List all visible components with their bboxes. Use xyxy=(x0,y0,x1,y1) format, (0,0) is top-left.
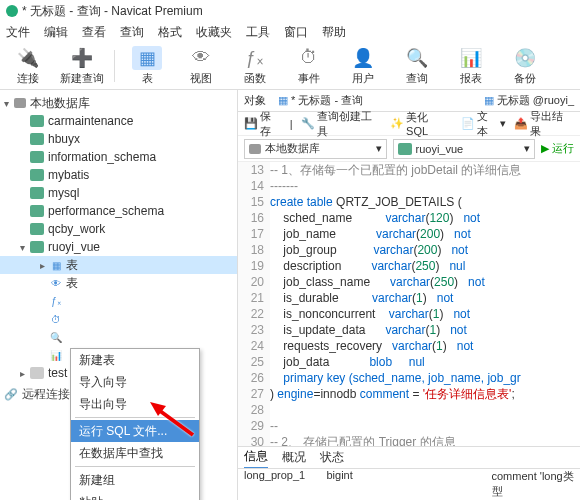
user-icon: 👤 xyxy=(351,46,375,70)
query-icon: ▦ xyxy=(278,94,288,107)
db-icon xyxy=(398,143,412,155)
cm-粘贴[interactable]: 粘贴 xyxy=(71,491,199,500)
main-toolbar: 🔌连接➕新建查询▦表👁视图ƒₓ函数⏱事件👤用户🔍查询📊报表💿备份 xyxy=(0,42,580,90)
line-gutter: 13 14 15 16 17 18 19 20 21 22 23 24 25 2… xyxy=(238,162,270,446)
schema-select[interactable]: ruoyi_vue▾ xyxy=(393,139,536,159)
menu-查询[interactable]: 查询 xyxy=(120,24,144,41)
toolbar-表[interactable]: ▦表 xyxy=(125,46,169,86)
window-title: * 无标题 - 查询 - Navicat Premium xyxy=(22,3,203,20)
toolbar-函数[interactable]: ƒₓ函数 xyxy=(233,46,277,86)
db-icon xyxy=(30,133,44,145)
db-icon xyxy=(30,187,44,199)
report-icon: 📊 xyxy=(459,46,483,70)
tree-db-information_schema[interactable]: information_schema xyxy=(0,148,237,166)
db-icon xyxy=(30,241,44,253)
tree-child-3[interactable]: ⏱ xyxy=(0,310,237,328)
cm-新建表[interactable]: 新建表 xyxy=(71,349,199,371)
database-select[interactable]: 本地数据库▾ xyxy=(244,139,387,159)
chevron-down-icon: ▾ xyxy=(524,142,530,155)
text-icon: 📄 xyxy=(461,117,475,130)
btab-信息[interactable]: 信息 xyxy=(244,447,268,469)
cm-导入向导[interactable]: 导入向导 xyxy=(71,371,199,393)
text-button[interactable]: 📄文本▾ xyxy=(461,109,507,139)
tree-db-carmaintenance[interactable]: carmaintenance xyxy=(0,112,237,130)
query-builder-button[interactable]: 🔧查询创建工具 xyxy=(301,109,382,139)
menu-工具[interactable]: 工具 xyxy=(246,24,270,41)
menu-文件[interactable]: 文件 xyxy=(6,24,30,41)
plug-icon xyxy=(249,144,261,154)
sidebar: ▾本地数据库carmaintenancehbuyxinformation_sch… xyxy=(0,90,238,500)
tree-child-1[interactable]: 👁表 xyxy=(0,274,237,292)
toolbar-事件[interactable]: ⏱事件 xyxy=(287,46,331,86)
tree-db-ruoyi_vue[interactable]: ▾ruoyi_vue xyxy=(0,238,237,256)
menu-查看[interactable]: 查看 xyxy=(82,24,106,41)
tree-root[interactable]: ▾本地数据库 xyxy=(0,94,237,112)
bottom-tabs: 信息概况状态 xyxy=(238,446,580,468)
tree-child-2[interactable]: ƒₓ xyxy=(0,292,237,310)
result-panel: long_prop_1bigintcomment 'long类型 long_pr… xyxy=(238,468,580,500)
main-area: ▾本地数据库carmaintenancehbuyxinformation_sch… xyxy=(0,90,580,500)
db-icon xyxy=(30,367,44,379)
toolbar-报表[interactable]: 📊报表 xyxy=(449,46,493,86)
rpt-icon: 📊 xyxy=(50,349,62,361)
content-area: 对象 ▦* 无标题 - 查询 ▦无标题 @ruoyi_ 💾保存 | 🔧查询创建工… xyxy=(238,90,580,500)
menu-编辑[interactable]: 编辑 xyxy=(44,24,68,41)
tree-db-performance_schema[interactable]: performance_schema xyxy=(0,202,237,220)
btab-概况[interactable]: 概况 xyxy=(282,449,306,466)
tree-db-mysql[interactable]: mysql xyxy=(0,184,237,202)
backup-icon: 💿 xyxy=(513,46,537,70)
chevron-down-icon: ▾ xyxy=(376,142,382,155)
tree-db-mybatis[interactable]: mybatis xyxy=(0,166,237,184)
search-icon: 🔍 xyxy=(405,46,429,70)
fx-icon: ƒₓ xyxy=(243,46,267,70)
clock-icon: ⏱ xyxy=(297,46,321,70)
builder-icon: 🔧 xyxy=(301,117,315,130)
fx-icon: ƒₓ xyxy=(50,295,62,307)
annotation-arrow xyxy=(148,400,198,443)
tree-db-hbuyx[interactable]: hbuyx xyxy=(0,130,237,148)
btab-状态[interactable]: 状态 xyxy=(320,449,344,466)
save-button[interactable]: 💾保存 xyxy=(244,109,282,139)
sparkle-icon: ✨ xyxy=(390,117,404,130)
menu-bar: 文件编辑查看查询格式收藏夹工具窗口帮助 xyxy=(0,22,580,42)
toolbar-新建查询[interactable]: ➕新建查询 xyxy=(60,46,104,86)
cm-在数据库中查找[interactable]: 在数据库中查找 xyxy=(71,442,199,464)
toolbar-备份[interactable]: 💿备份 xyxy=(503,46,547,86)
tab-query-2[interactable]: ▦无标题 @ruoyi_ xyxy=(484,93,574,108)
plug-icon xyxy=(14,98,26,108)
sql-editor[interactable]: 13 14 15 16 17 18 19 20 21 22 23 24 25 2… xyxy=(238,162,580,446)
toolbar-用户[interactable]: 👤用户 xyxy=(341,46,385,86)
menu-窗口[interactable]: 窗口 xyxy=(284,24,308,41)
play-icon: ▶ xyxy=(541,142,549,155)
connection-selectors: 本地数据库▾ ruoyi_vue▾ ▶运行 xyxy=(238,136,580,162)
beautify-button[interactable]: ✨美化 SQL xyxy=(390,110,453,137)
toolbar-连接[interactable]: 🔌连接 xyxy=(6,46,50,86)
tbl-icon: ▦ xyxy=(50,259,62,271)
view-icon: 👁 xyxy=(50,277,62,289)
export-button[interactable]: 📤导出结果 xyxy=(514,109,574,139)
tree-child-4[interactable]: 🔍 xyxy=(0,328,237,346)
toolbar-查询[interactable]: 🔍查询 xyxy=(395,46,439,86)
db-tree: ▾本地数据库carmaintenancehbuyxinformation_sch… xyxy=(0,94,237,382)
evt-icon: ⏱ xyxy=(50,313,62,325)
save-icon: 💾 xyxy=(244,117,258,130)
db-icon xyxy=(30,205,44,217)
view-icon: 👁 xyxy=(189,46,213,70)
title-bar: * 无标题 - 查询 - Navicat Premium xyxy=(0,0,580,22)
cm-新建组[interactable]: 新建组 xyxy=(71,469,199,491)
code-area[interactable]: -- 1、存储每一个已配置的 jobDetail 的详细信息 ------- c… xyxy=(270,162,580,446)
plus-icon: ➕ xyxy=(70,46,94,70)
tree-child-0[interactable]: ▸▦表 xyxy=(0,256,237,274)
menu-收藏夹[interactable]: 收藏夹 xyxy=(196,24,232,41)
link-icon: 🔗 xyxy=(4,388,18,400)
toolbar-视图[interactable]: 👁视图 xyxy=(179,46,223,86)
tab-objects[interactable]: 对象 xyxy=(244,93,266,108)
menu-格式[interactable]: 格式 xyxy=(158,24,182,41)
db-icon xyxy=(30,151,44,163)
app-icon xyxy=(6,5,18,17)
tree-db-qcby_work[interactable]: qcby_work xyxy=(0,220,237,238)
tab-query-1[interactable]: ▦* 无标题 - 查询 xyxy=(278,93,363,108)
table-icon: ▦ xyxy=(132,46,162,70)
run-button[interactable]: ▶运行 xyxy=(541,141,574,156)
menu-帮助[interactable]: 帮助 xyxy=(322,24,346,41)
